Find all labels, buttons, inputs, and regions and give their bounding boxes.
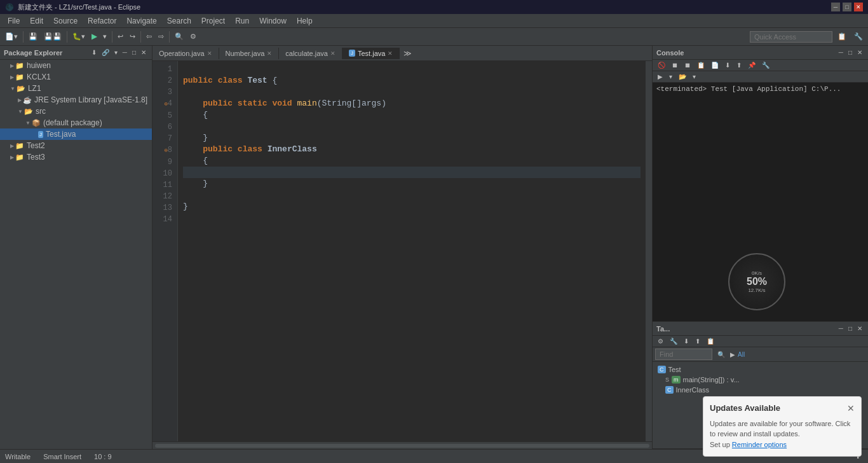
close-button[interactable]: ✕ xyxy=(854,3,863,11)
console-settings-btn[interactable]: ▾ xyxy=(667,73,675,81)
tree-item-lz1[interactable]: ▼ 📂 LZ1 xyxy=(0,83,152,94)
tree-label: Test3 xyxy=(27,153,45,162)
toolbar-btn-5[interactable]: 🔍 xyxy=(172,30,186,44)
outline-item-innerclass[interactable]: C InnerClass xyxy=(655,385,865,395)
console-btn-2[interactable]: 📄 xyxy=(709,61,721,69)
position-text: 10 : 9 xyxy=(94,453,112,460)
view-menu-btn[interactable]: ▾ xyxy=(112,48,119,57)
perspective-btn-2[interactable]: 🔧 xyxy=(851,30,865,44)
toolbar-btn-6[interactable]: ⚙ xyxy=(187,30,199,44)
code-content[interactable]: public class Test { public static void m… xyxy=(178,61,646,441)
close-panel-btn[interactable]: ✕ xyxy=(139,48,148,57)
vertical-scrollbar[interactable] xyxy=(646,61,652,441)
tree-item-jre[interactable]: ▶ ☕ JRE System Library [JavaSE-1.8] xyxy=(0,94,152,106)
line-num-1: 1 xyxy=(155,64,172,75)
tree-item-src[interactable]: ▼ 📂 src xyxy=(0,106,152,117)
outline-minimize-btn[interactable]: ─ xyxy=(837,324,845,333)
console-clear-btn[interactable]: 🚫 xyxy=(655,61,668,69)
updates-close-btn[interactable]: ✕ xyxy=(847,403,855,413)
horizontal-scrollbar[interactable] xyxy=(153,441,652,449)
tab-operation-java[interactable]: Operation.java ✕ xyxy=(153,48,219,59)
toolbar-btn-2[interactable]: ↪ xyxy=(127,30,138,44)
menu-search[interactable]: Search xyxy=(162,15,196,27)
console-btn-3[interactable]: ⬇ xyxy=(722,61,733,69)
tab-close-test[interactable]: ✕ xyxy=(388,50,393,57)
tab-label: calculate.java xyxy=(285,50,328,57)
tree-item-test2[interactable]: ▶ 📁 Test2 xyxy=(0,140,152,151)
folder-icon: 📁 xyxy=(15,142,24,150)
toolbar-separator-2 xyxy=(67,31,67,43)
outline-btn-3[interactable]: ⬇ xyxy=(681,337,691,345)
run-button[interactable]: ▶ xyxy=(89,30,99,44)
console-btn-1[interactable]: 📋 xyxy=(695,61,707,69)
all-label[interactable]: All xyxy=(738,351,745,358)
outline-close-btn[interactable]: ✕ xyxy=(855,324,864,333)
tab-close-operation[interactable]: ✕ xyxy=(207,50,212,57)
toolbar-btn-4[interactable]: ⇨ xyxy=(156,30,166,44)
outline-item-test[interactable]: C Test xyxy=(655,364,865,375)
console-btn-6[interactable]: 🔧 xyxy=(759,61,772,69)
tab-number-java[interactable]: Number.java ✕ xyxy=(219,48,280,59)
toolbar-btn-1[interactable]: ↩ xyxy=(115,30,126,44)
console-stop-btn[interactable]: ⏹ xyxy=(669,61,681,69)
console-btn-4[interactable]: ⬆ xyxy=(734,61,744,69)
outline-btn-5[interactable]: 📋 xyxy=(704,337,717,345)
tree-item-huiwen[interactable]: ▶ 📁 huiwen xyxy=(0,60,152,71)
console-open-btn[interactable]: 📂 xyxy=(676,73,689,81)
save-all-button[interactable]: 💾💾 xyxy=(41,30,64,44)
menu-navigate[interactable]: Navigate xyxy=(121,15,161,27)
quick-access-input[interactable] xyxy=(750,31,832,43)
maximize-button[interactable]: □ xyxy=(843,3,851,11)
package-explorer-title: Package Explorer xyxy=(4,49,62,57)
tree-item-test-java[interactable]: ▶ J Test.java xyxy=(0,128,152,140)
menu-edit[interactable]: Edit xyxy=(25,15,48,27)
minimize-button[interactable]: ─ xyxy=(831,3,840,11)
find-input[interactable] xyxy=(655,349,712,360)
tab-close-number[interactable]: ✕ xyxy=(267,50,272,57)
maximize-panel-btn[interactable]: □ xyxy=(130,48,138,57)
collapse-arrow: ▶ xyxy=(18,97,22,103)
menu-refactor[interactable]: Refactor xyxy=(83,15,121,27)
debug-button[interactable]: 🐛▾ xyxy=(70,30,88,44)
collapse-all-btn[interactable]: ⬇ xyxy=(90,48,98,57)
outline-item-main[interactable]: S m main(String[]) : v... xyxy=(655,375,865,385)
console-dropdown-btn[interactable]: ▾ xyxy=(690,73,698,81)
menu-window[interactable]: Window xyxy=(254,15,292,27)
menu-source[interactable]: Source xyxy=(48,15,83,27)
menu-file[interactable]: File xyxy=(3,15,25,27)
console-btn-5[interactable]: 📌 xyxy=(745,61,758,69)
minimize-panel-btn[interactable]: ─ xyxy=(121,48,129,57)
tree-item-default-package[interactable]: ▼ 📦 (default package) xyxy=(0,117,152,128)
menu-project[interactable]: Project xyxy=(196,15,230,27)
toolbar-btn-3[interactable]: ⇦ xyxy=(144,30,154,44)
hscroll-thumb[interactable] xyxy=(155,444,649,448)
outline-btn-1[interactable]: ⚙ xyxy=(655,337,666,345)
tab-close-calculate[interactable]: ✕ xyxy=(330,50,336,57)
outline-btn-2[interactable]: 🔧 xyxy=(667,337,680,345)
reminder-options-link[interactable]: Reminder options xyxy=(732,441,787,448)
tree-item-test3[interactable]: ▶ 📁 Test3 xyxy=(0,151,152,163)
tab-label: Operation.java xyxy=(159,50,205,57)
console-run-btn[interactable]: ▶ xyxy=(655,73,665,81)
run-dropdown[interactable]: ▾ xyxy=(100,30,109,44)
outline-btn-4[interactable]: ⬆ xyxy=(693,337,703,345)
console-stop2-btn[interactable]: ⏹ xyxy=(682,61,693,69)
title-bar-controls[interactable]: ─ □ ✕ xyxy=(831,3,863,11)
new-button[interactable]: 📄▾ xyxy=(3,30,20,44)
tab-more-btn[interactable]: ≫ xyxy=(400,48,416,59)
status-insert: Smart Insert xyxy=(43,453,81,460)
save-button[interactable]: 💾 xyxy=(26,30,40,44)
menu-help[interactable]: Help xyxy=(292,15,318,27)
outline-maximize-btn[interactable]: □ xyxy=(846,324,854,333)
menu-run[interactable]: Run xyxy=(230,15,254,27)
static-icon: S xyxy=(665,377,669,383)
console-minimize-btn[interactable]: ─ xyxy=(837,48,845,57)
tab-calculate-java[interactable]: calculate.java ✕ xyxy=(279,48,342,59)
link-editor-btn[interactable]: 🔗 xyxy=(100,48,111,57)
console-close-btn[interactable]: ✕ xyxy=(855,48,864,57)
console-maximize-btn[interactable]: □ xyxy=(846,48,854,57)
find-btn[interactable]: 🔍 xyxy=(715,350,728,359)
tab-test-java[interactable]: J Test.java ✕ xyxy=(342,48,400,59)
perspective-btn-1[interactable]: 📋 xyxy=(835,30,849,44)
tree-item-kclx1[interactable]: ▶ 📁 KCLX1 xyxy=(0,71,152,83)
